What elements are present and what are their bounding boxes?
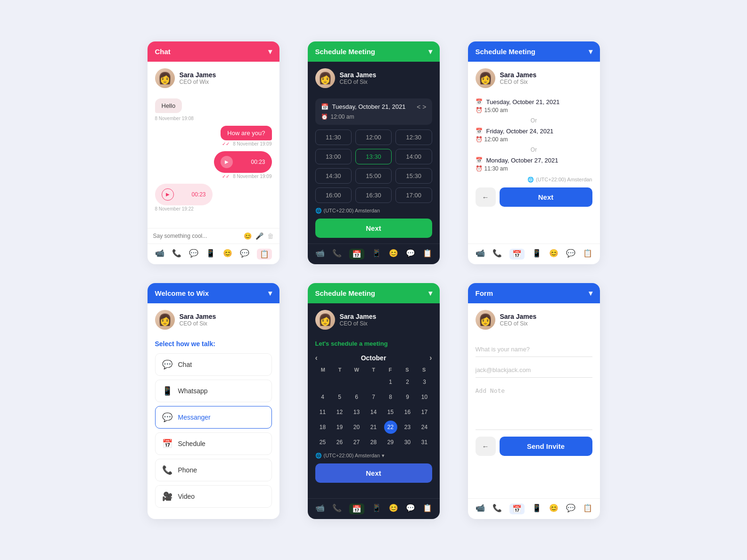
- schedule-light-chevron-icon[interactable]: ▾: [589, 47, 592, 56]
- cal-cell-28[interactable]: 28: [367, 436, 380, 449]
- cal-cell-20[interactable]: 20: [350, 421, 363, 434]
- schedule-dark-next-button[interactable]: Next: [315, 219, 432, 238]
- chevron-down-icon[interactable]: ▾: [268, 47, 272, 56]
- option-schedule[interactable]: 📅 Schedule: [155, 432, 272, 455]
- cal-cell-6[interactable]: 6: [350, 390, 363, 404]
- note-field[interactable]: [476, 381, 592, 430]
- welcome-chevron-icon[interactable]: ▾: [268, 289, 272, 298]
- calendar-nav-icon[interactable]: 📅: [509, 249, 525, 260]
- form-back-button[interactable]: ←: [476, 437, 496, 456]
- calendar-dark-chevron-icon[interactable]: ▾: [428, 289, 432, 298]
- emoji-nav-icon[interactable]: 😊: [223, 249, 232, 260]
- calendar-nav-icon[interactable]: 📅: [509, 503, 525, 514]
- option-video[interactable]: 🎥 Video: [155, 485, 272, 508]
- cal-next-icon[interactable]: ›: [429, 354, 432, 362]
- option-whatsapp[interactable]: 📱 Whatsapp: [155, 380, 272, 402]
- time-slot-1330[interactable]: 13:30: [355, 149, 392, 164]
- cal-cell-18[interactable]: 18: [316, 421, 329, 434]
- calendar-dark-next-button[interactable]: Next: [315, 463, 432, 483]
- video-nav-icon[interactable]: 📹: [155, 249, 164, 260]
- whatsapp-nav-icon[interactable]: 📱: [532, 249, 542, 260]
- chat-input[interactable]: [153, 233, 240, 239]
- message-nav-icon[interactable]: 💬: [240, 249, 249, 260]
- form-chevron-icon[interactable]: ▾: [589, 289, 592, 298]
- schedule-dark-chevron-icon[interactable]: ▾: [428, 47, 432, 56]
- cal-cell-23[interactable]: 23: [401, 421, 414, 434]
- play-icon-received[interactable]: ▶: [162, 188, 174, 201]
- time-slot-1200[interactable]: 12:00: [355, 130, 392, 145]
- list-nav-icon[interactable]: 📋: [423, 249, 432, 260]
- play-icon[interactable]: ▶: [221, 156, 233, 168]
- cal-cell-30[interactable]: 30: [401, 436, 414, 449]
- option-chat[interactable]: 💬 Chat: [155, 353, 272, 376]
- cal-cell-10[interactable]: 10: [418, 390, 431, 404]
- time-slot-1430[interactable]: 14:30: [315, 168, 352, 184]
- chat-nav-icon[interactable]: 💬: [189, 249, 198, 260]
- form-send-button[interactable]: Send Invite: [500, 437, 592, 456]
- cal-cell-11[interactable]: 11: [316, 406, 329, 419]
- cal-cell-1[interactable]: 1: [384, 375, 397, 389]
- mic-icon[interactable]: 🎤: [255, 232, 263, 240]
- list-nav-icon[interactable]: 📋: [583, 249, 592, 260]
- whatsapp-nav-icon[interactable]: 📱: [372, 503, 381, 514]
- cal-cell-12[interactable]: 12: [333, 406, 346, 419]
- cal-cell-25[interactable]: 25: [316, 436, 329, 449]
- time-slot-1600[interactable]: 16:00: [315, 187, 352, 203]
- message-nav-icon[interactable]: 💬: [406, 503, 415, 514]
- cal-prev-icon[interactable]: ‹: [315, 354, 318, 362]
- cal-cell-7[interactable]: 7: [367, 390, 380, 404]
- time-slot-1700[interactable]: 17:00: [395, 187, 432, 203]
- list-nav-icon[interactable]: 📋: [423, 503, 432, 514]
- option-messenger[interactable]: 💬 Messanger: [155, 406, 272, 429]
- video-nav-icon[interactable]: 📹: [476, 249, 485, 260]
- emoji-nav-icon[interactable]: 😊: [389, 249, 398, 260]
- phone-nav-icon[interactable]: 📞: [332, 503, 342, 514]
- message-nav-icon[interactable]: 💬: [566, 249, 575, 260]
- emoji-nav-icon[interactable]: 😊: [549, 503, 558, 514]
- video-nav-icon[interactable]: 📹: [476, 503, 485, 514]
- time-slot-1130[interactable]: 11:30: [315, 130, 352, 145]
- name-field[interactable]: [476, 340, 592, 357]
- calendar-nav-icon[interactable]: 📅: [349, 503, 364, 514]
- emoji-nav-icon[interactable]: 😊: [549, 249, 558, 260]
- cal-cell-14[interactable]: 14: [367, 406, 380, 419]
- message-nav-icon[interactable]: 💬: [406, 249, 415, 260]
- calendar-nav-icon[interactable]: 📅: [349, 249, 364, 260]
- cal-cell-31[interactable]: 31: [418, 436, 431, 449]
- message-nav-icon[interactable]: 💬: [566, 503, 575, 514]
- cal-cell-26[interactable]: 26: [333, 436, 346, 449]
- time-slot-1400[interactable]: 14:00: [395, 149, 432, 164]
- cal-cell-15[interactable]: 15: [384, 406, 397, 419]
- phone-nav-icon[interactable]: 📞: [332, 249, 342, 260]
- cal-cell-2[interactable]: 2: [401, 375, 414, 389]
- time-slot-1530[interactable]: 15:30: [395, 168, 432, 184]
- cal-cell-8[interactable]: 8: [384, 390, 397, 404]
- phone-nav-icon[interactable]: 📞: [172, 249, 181, 260]
- list-nav-icon[interactable]: 📋: [583, 503, 592, 514]
- cal-cell-22[interactable]: 22: [384, 421, 397, 434]
- option-phone[interactable]: 📞 Phone: [155, 459, 272, 481]
- date-nav-icons[interactable]: < >: [417, 103, 426, 111]
- time-slot-1500[interactable]: 15:00: [355, 168, 392, 184]
- cal-cell-27[interactable]: 27: [350, 436, 363, 449]
- cal-cell-17[interactable]: 17: [418, 406, 431, 419]
- emoji-icon[interactable]: 😊: [244, 232, 252, 240]
- emoji-nav-icon[interactable]: 😊: [389, 503, 398, 514]
- cal-cell-4[interactable]: 4: [316, 390, 329, 404]
- cal-cell-19[interactable]: 19: [333, 421, 346, 434]
- schedule-light-back-button[interactable]: ←: [476, 187, 496, 207]
- cal-cell-24[interactable]: 24: [418, 421, 431, 434]
- cal-cell-3[interactable]: 3: [418, 375, 431, 389]
- time-slot-1230[interactable]: 12:30: [395, 130, 432, 145]
- time-slot-1300[interactable]: 13:00: [315, 149, 352, 164]
- delete-icon[interactable]: 🗑: [267, 232, 274, 240]
- cal-cell-29[interactable]: 29: [384, 436, 397, 449]
- cal-cell-21[interactable]: 21: [367, 421, 380, 434]
- schedule-light-next-button[interactable]: Next: [500, 187, 592, 207]
- whatsapp-nav-icon[interactable]: 📱: [372, 249, 381, 260]
- phone-nav-icon[interactable]: 📞: [493, 249, 502, 260]
- email-field[interactable]: [476, 361, 592, 378]
- cal-cell-9[interactable]: 9: [401, 390, 414, 404]
- video-nav-icon[interactable]: 📹: [315, 503, 325, 514]
- whatsapp-nav-icon[interactable]: 📱: [206, 249, 215, 260]
